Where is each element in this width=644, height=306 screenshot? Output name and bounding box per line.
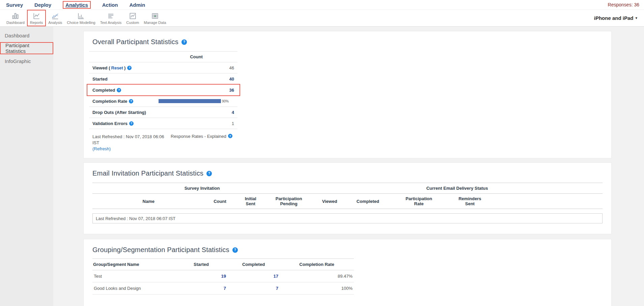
reset-link[interactable]: Reset [111,65,123,70]
grouping-header-row: Group/Segment Name Started Completed Com… [92,259,354,270]
toolbar-manage-data[interactable]: Manage Data [141,10,168,26]
group-completed-count[interactable]: 17 [227,270,280,282]
viewed-label: Viewed ( [92,65,110,70]
response-rates-help-icon[interactable]: ? [228,134,232,138]
email-last-refreshed: Last Refreshed : Nov 07, 2018 06:07 IST [96,216,175,221]
grouping-stats-table: Group/Segment Name Started Completed Com… [92,258,354,295]
sidebar-item-participant-statistics[interactable]: Participant Statistics [0,42,53,54]
grouping-stats-help-icon[interactable]: ? [232,247,238,253]
trend-chart-icon [51,12,59,20]
email-col-viewed: Viewed [312,194,347,209]
group-row-test: Test 19 17 89.47% [92,270,354,282]
completion-rate-bar-fill [159,99,221,103]
overall-stats-table: Count Viewed ( Reset ) ? 46 Started 40 [89,51,237,129]
email-col-participation-pending: Participation Pending [266,194,312,209]
completion-rate-bar: 90% [159,99,229,103]
started-count: 40 [159,76,237,82]
email-stats-help-icon[interactable]: ? [206,171,212,176]
completed-label: Completed [92,88,115,93]
toolbar-dashboard-label: Dashboard [6,21,25,25]
stat-row-started: Started 40 [89,73,237,85]
group-started-count[interactable]: 19 [175,270,227,282]
dropouts-label: Drop Outs (After Starting) [92,110,146,115]
toolbar-custom[interactable]: Custom [124,10,141,26]
nav-analytics[interactable]: Analytics [63,1,91,9]
dropouts-count: 4 [159,110,237,115]
data-grid-icon [151,12,159,20]
survey-invitation-group-header: Survey Invitation [92,183,312,194]
overall-stats-card: Overall Participant Statistics ? Count V… [84,31,611,158]
group-name: Good Looks and Design [92,282,175,295]
stat-row-viewed: Viewed ( Reset ) ? 46 [89,62,237,73]
nav-survey[interactable]: Survey [6,2,23,8]
nav-action[interactable]: Action [102,2,118,8]
toolbar-text-analysis[interactable]: Text Analysis [98,10,124,26]
stat-row-validation-errors: Validation Errors ? 1 [89,118,237,129]
completion-rate-help-icon[interactable]: ? [129,99,133,103]
overall-help-icon[interactable]: ? [181,39,187,45]
email-stats-table: Survey Invitation Current Email Delivery… [92,183,603,209]
line-chart-icon [33,12,40,20]
stat-row-completed: Completed ? 36 [89,85,237,96]
responses-counter[interactable]: Responses: 36 [608,2,639,7]
viewed-count: 46 [159,65,237,70]
stats-header-row: Count [89,52,237,62]
toolbar-choice-modelling-label: Choice Modelling [67,21,95,25]
toolbar-dashboard[interactable]: Dashboard [4,10,27,26]
response-rates-explained-label[interactable]: Response Rates - Explained [171,134,226,139]
delivery-status-group-header: Current Email Delivery Status [312,183,603,194]
viewed-help-icon[interactable]: ? [127,66,132,70]
validation-errors-help-icon[interactable]: ? [129,121,134,126]
email-col-completed: Completed [347,194,388,209]
toolbar-analysis-label: Analysis [48,21,62,25]
validation-errors-label: Validation Errors [92,121,128,126]
top-nav: Survey Deploy Analytics Action Admin Res… [0,0,644,10]
toolbar-text-analysis-label: Text Analysis [100,21,122,25]
email-group-header-row: Survey Invitation Current Email Delivery… [92,183,603,194]
nav-admin[interactable]: Admin [129,2,145,8]
email-col-name: Name [92,194,205,209]
overall-last-refreshed: Last Refreshed : Nov 07, 2018 06:06 IST [92,134,164,145]
completed-count: 36 [159,88,237,93]
email-col-reminders-sent: Reminders Sent [449,194,490,209]
completed-help-icon[interactable]: ? [117,88,121,92]
toolbar-analysis[interactable]: Analysis [46,10,64,26]
grouping-col-name: Group/Segment Name [92,259,175,270]
device-selector[interactable]: iPhone and iPad ▾ [594,10,637,26]
group-started-count[interactable]: 7 [175,282,227,295]
email-column-header-row: Name Count Initial Sent Participation Pe… [92,194,603,209]
email-col-filler [490,194,603,209]
custom-chart-icon [129,12,137,20]
nav-deploy[interactable]: Deploy [34,2,51,8]
analytics-toolbar: Dashboard Reports Analysis Choice Modell… [0,10,644,27]
sidebar-item-dashboard[interactable]: Dashboard [0,29,53,41]
toolbar-choice-modelling[interactable]: Choice Modelling [64,10,97,26]
validation-errors-count: 1 [159,121,237,126]
started-label: Started [92,76,108,82]
device-selector-label: iPhone and iPad [594,15,634,21]
refresh-link[interactable]: (Refresh) [92,146,111,151]
top-nav-items: Survey Deploy Analytics Action Admin [6,1,145,9]
axis-bars-icon [77,12,85,20]
group-completion-rate: 100% [280,282,354,295]
completion-rate-label: Completion Rate [92,99,127,104]
email-col-count: Count [205,194,235,209]
email-col-initial-sent: Initial Sent [235,194,266,209]
group-completed-count[interactable]: 7 [227,282,280,295]
toolbar-reports-label: Reports [30,21,43,25]
toolbar-manage-data-label: Manage Data [144,21,166,25]
toolbar-reports[interactable]: Reports [27,10,46,26]
completion-rate-percent: 90% [222,99,229,103]
toolbar-custom-label: Custom [126,21,139,25]
email-col-participation-rate: Participation Rate [388,194,449,209]
text-lines-icon [107,12,115,20]
stat-row-completion-rate: Completion Rate ? 90% [89,96,237,107]
bar-chart-icon [11,12,19,20]
grouping-col-completion-rate: Completion Rate [280,259,354,270]
sidebar-item-infographic[interactable]: InfoGraphic [0,55,53,67]
email-stats-title: Email Invitation Participant Statistics [92,170,203,177]
grouping-col-completed: Completed [227,259,280,270]
email-stats-card: Email Invitation Participant Statistics … [84,163,611,234]
email-last-refreshed-box: Last Refreshed : Nov 07, 2018 06:07 IST [92,213,603,223]
stat-row-dropouts: Drop Outs (After Starting) 4 [89,107,237,118]
